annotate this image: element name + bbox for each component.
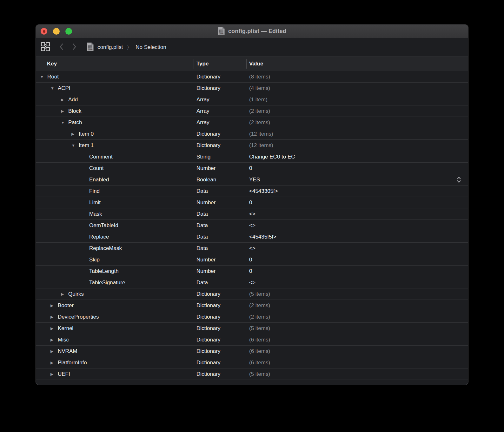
plist-row-nvram[interactable]: ▶NVRAMDictionary(6 items)	[36, 346, 468, 357]
key-cell: TableSignature	[36, 280, 194, 286]
plist-row-quirks[interactable]: ▶QuirksDictionary(5 items)	[36, 288, 468, 300]
row-key-label: UEFI	[58, 371, 70, 377]
row-key-label: Skip	[89, 257, 100, 263]
disclosure-collapsed-icon[interactable]: ▶	[50, 361, 58, 365]
row-value-label: <>	[246, 280, 468, 286]
disclosure-collapsed-icon[interactable]: ▶	[50, 338, 58, 342]
plist-row-platforminfo[interactable]: ▶PlatformInfoDictionary(6 items)	[36, 357, 468, 368]
row-key-label: ReplaceMask	[89, 245, 122, 252]
plist-row-mask[interactable]: MaskData<>	[36, 208, 468, 220]
row-key-label: Item 0	[79, 131, 94, 137]
plist-row-root[interactable]: ▼RootDictionary(8 items)	[36, 71, 468, 83]
plist-row-limit[interactable]: LimitNumber0	[36, 197, 468, 208]
row-key-label: OemTableId	[89, 222, 118, 229]
plist-row-patch[interactable]: ▼PatchArray(2 items)	[36, 117, 468, 128]
row-key-label: NVRAM	[58, 348, 77, 354]
key-cell: ▶Block	[36, 108, 194, 114]
disclosure-collapsed-icon[interactable]: ▶	[61, 109, 68, 113]
close-button[interactable]	[41, 28, 47, 35]
row-value-label: (4 items)	[246, 85, 468, 91]
disclosure-collapsed-icon[interactable]: ▶	[50, 349, 58, 353]
key-cell: OemTableId	[36, 222, 194, 229]
row-value-label: (6 items)	[246, 337, 468, 343]
row-type-label: Number	[194, 199, 246, 206]
row-value-label: (5 items)	[246, 325, 468, 332]
row-key-label: Add	[68, 97, 78, 103]
plist-row-comment[interactable]: CommentStringChange EC0 to EC	[36, 151, 468, 163]
row-type-label: Number	[194, 257, 246, 263]
row-value-label: (2 items)	[246, 314, 468, 320]
back-button-icon[interactable]	[59, 43, 64, 52]
key-cell: ▶DeviceProperties	[36, 314, 194, 320]
plist-document-glyph: PLIST	[218, 26, 225, 35]
disclosure-expanded-icon[interactable]: ▼	[71, 144, 79, 147]
key-cell: ▼Patch	[36, 119, 194, 126]
plist-row-add[interactable]: ▶AddArray(1 item)	[36, 94, 468, 105]
row-key-label: PlatformInfo	[58, 360, 87, 366]
disclosure-collapsed-icon[interactable]: ▶	[71, 132, 79, 136]
svg-text:PLIST: PLIST	[89, 49, 92, 51]
plist-row-block[interactable]: ▶BlockArray(2 items)	[36, 105, 468, 117]
disclosure-expanded-icon[interactable]: ▼	[50, 86, 58, 90]
key-cell: ▶Kernel	[36, 325, 194, 332]
key-cell: Count	[36, 165, 194, 172]
disclosure-expanded-icon[interactable]: ▼	[40, 75, 47, 79]
row-value-label: (6 items)	[246, 360, 468, 366]
jumpbar-file-name[interactable]: config.plist	[97, 44, 123, 51]
row-value-label: 0	[246, 165, 468, 172]
plist-row-booter[interactable]: ▶BooterDictionary(2 items)	[36, 300, 468, 311]
row-key-label: Replace	[89, 234, 109, 240]
disclosure-collapsed-icon[interactable]: ▶	[50, 304, 58, 307]
minimize-button[interactable]	[53, 28, 60, 35]
key-cell: ▶PlatformInfo	[36, 360, 194, 366]
jumpbar-selection[interactable]: No Selection	[136, 44, 166, 51]
plist-row-find[interactable]: FindData<4543305f>	[36, 186, 468, 197]
plist-row-oemtableid[interactable]: OemTableIdData<>	[36, 220, 468, 231]
disclosure-collapsed-icon[interactable]: ▶	[61, 98, 68, 102]
row-value-label: <>	[246, 222, 468, 229]
plist-table-body: ▼RootDictionary(8 items)▼ACPIDictionary(…	[36, 71, 468, 385]
disclosure-collapsed-icon[interactable]: ▶	[50, 327, 58, 330]
table-header: Key Type Value	[36, 57, 468, 71]
column-header-value[interactable]: Value	[246, 57, 468, 71]
plist-row-tablelength[interactable]: TableLengthNumber0	[36, 266, 468, 277]
disclosure-expanded-icon[interactable]: ▼	[61, 121, 68, 125]
plist-row-deviceproperties[interactable]: ▶DevicePropertiesDictionary(2 items)	[36, 311, 468, 323]
plist-row-count[interactable]: CountNumber0	[36, 163, 468, 174]
plist-row-uefi[interactable]: ▶UEFIDictionary(5 items)	[36, 368, 468, 380]
plist-row-acpi[interactable]: ▼ACPIDictionary(4 items)	[36, 83, 468, 94]
row-value-label: (5 items)	[246, 291, 468, 297]
column-header-type[interactable]: Type	[194, 57, 246, 71]
plist-row-kernel[interactable]: ▶KernelDictionary(5 items)	[36, 323, 468, 334]
plist-row-skip[interactable]: SkipNumber0	[36, 254, 468, 266]
plist-file-icon: PLIST	[87, 42, 94, 52]
key-cell: ▶UEFI	[36, 371, 194, 377]
row-key-label: Misc	[58, 337, 69, 343]
row-value-label: (2 items)	[246, 302, 468, 309]
plist-row-replace[interactable]: ReplaceData<45435f5f>	[36, 231, 468, 243]
column-header-key[interactable]: Key	[36, 57, 194, 71]
disclosure-collapsed-icon[interactable]: ▶	[50, 315, 58, 319]
boolean-value-stepper[interactable]	[456, 176, 461, 184]
row-value-label: (1 item)	[246, 97, 468, 103]
plist-row-item-1[interactable]: ▼Item 1Dictionary(12 items)	[36, 140, 468, 151]
key-cell: ▶Add	[36, 97, 194, 103]
row-type-label: Array	[194, 108, 246, 114]
row-value-label: 0	[246, 199, 468, 206]
plist-row-replacemask[interactable]: ReplaceMaskData<>	[36, 243, 468, 254]
row-key-label: Mask	[89, 211, 102, 217]
disclosure-collapsed-icon[interactable]: ▶	[50, 372, 58, 376]
related-items-icon[interactable]	[41, 42, 50, 53]
plist-row-misc[interactable]: ▶MiscDictionary(6 items)	[36, 334, 468, 346]
plist-row-enabled[interactable]: EnabledBooleanYES	[36, 174, 468, 186]
key-cell: TableLength	[36, 268, 194, 274]
forward-button-icon[interactable]	[72, 43, 77, 52]
plist-row-item-0[interactable]: ▶Item 0Dictionary(12 items)	[36, 128, 468, 140]
row-value-label: <4543305f>	[246, 188, 468, 194]
zoom-button[interactable]	[65, 28, 72, 35]
disclosure-collapsed-icon[interactable]: ▶	[61, 292, 68, 296]
window-titlebar[interactable]: PLIST config.plist — Edited	[36, 25, 468, 38]
row-type-label: Dictionary	[194, 142, 246, 149]
row-value-label: (2 items)	[246, 108, 468, 114]
plist-row-tablesignature[interactable]: TableSignatureData<>	[36, 277, 468, 288]
